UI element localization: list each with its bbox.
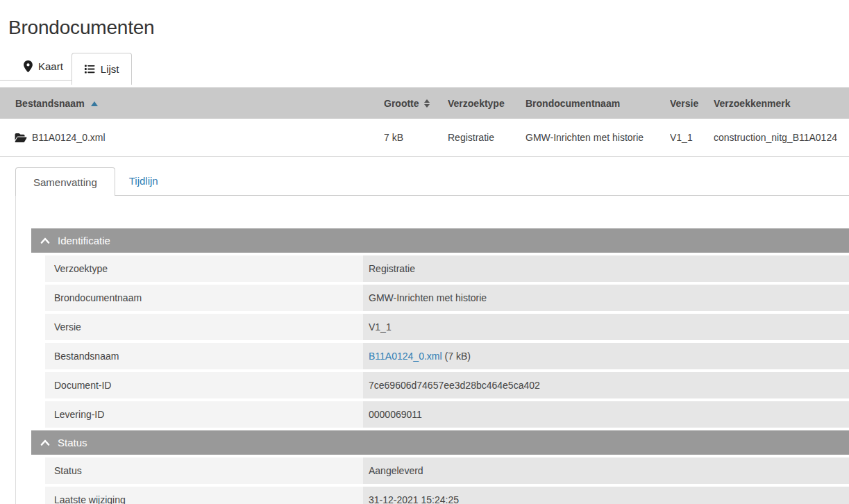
detail-row-brondocumentnaam: Brondocumentnaam GMW-Inrichten met histo… <box>45 285 849 311</box>
column-header-brondocumentnaam: Brondocumentnaam <box>526 98 670 109</box>
detail-row-levering-id: Levering-ID 0000069011 <box>45 401 849 428</box>
documents-table-header: Bestandsnaam Grootte Verzoektype Brondoc… <box>0 87 849 119</box>
cell-bestandsnaam: B11A0124_0.xml <box>32 132 106 143</box>
section-header-status[interactable]: Status <box>31 430 849 455</box>
cell-grootte: 7 kB <box>384 132 448 143</box>
column-header-bestandsnaam[interactable]: Bestandsnaam <box>0 98 384 109</box>
table-row[interactable]: B11A0124_0.xml 7 kB Registratie GMW-Inri… <box>0 119 849 157</box>
detail-row-document-id: Document-ID 7ce69606d74657ee3d28bc464e5c… <box>45 372 849 398</box>
detail-row-laatste-wijziging: Laatste wijziging 31-12-2021 15:24:25 <box>45 487 849 504</box>
brondocumenten-page: Brondocumenten Kaart Lijst Bestandsnaam … <box>0 0 849 504</box>
file-size-text: (7 kB) <box>445 351 471 362</box>
chevron-up-icon <box>40 237 50 244</box>
detail-row-bestandsnaam: Bestandsnaam B11A0124_0.xml (7 kB) <box>45 343 849 369</box>
documents-table: Bestandsnaam Grootte Verzoektype Brondoc… <box>0 87 849 157</box>
tab-tijdlijn-label: Tijdlijn <box>129 175 158 187</box>
tab-lijst[interactable]: Lijst <box>72 53 132 85</box>
cell-versie: V1_1 <box>670 132 714 143</box>
detail-row-versie: Versie V1_1 <box>45 314 849 340</box>
map-pin-icon <box>24 60 33 72</box>
tab-lijst-label: Lijst <box>101 63 119 75</box>
detail-row-status: Status Aangeleverd <box>45 457 849 484</box>
sort-asc-icon <box>91 101 98 106</box>
tab-tijdlijn[interactable]: Tijdlijn <box>115 167 172 195</box>
cell-verzoektype: Registratie <box>448 132 526 143</box>
detail-tab-bar: Samenvatting Tijdlijn <box>15 167 849 196</box>
section-title: Status <box>58 437 87 448</box>
folder-open-icon <box>15 133 27 143</box>
section-header-identificatie[interactable]: Identificatie <box>31 228 849 253</box>
file-download-link[interactable]: B11A0124_0.xml <box>369 351 442 362</box>
sort-icon <box>424 99 430 108</box>
cell-brondocumentnaam: GMW-Inrichten met historie <box>526 132 670 143</box>
column-header-grootte[interactable]: Grootte <box>384 98 448 109</box>
column-header-versie: Versie <box>670 98 714 109</box>
cell-verzoekkenmerk: construction_nitg_B11A0124 <box>714 132 849 143</box>
list-icon <box>84 64 95 74</box>
view-tab-bar: Kaart Lijst <box>0 49 132 81</box>
detail-row-verzoektype: Verzoektype Registratie <box>45 255 849 282</box>
tab-kaart[interactable]: Kaart <box>15 52 72 80</box>
chevron-up-icon <box>40 439 50 446</box>
samenvatting-panel: Identificatie Verzoektype Registratie Br… <box>15 196 849 504</box>
section-title: Identificatie <box>58 235 110 246</box>
tab-kaart-label: Kaart <box>38 60 63 72</box>
tab-samenvatting-label: Samenvatting <box>33 176 97 188</box>
column-header-verzoektype: Verzoektype <box>448 98 526 109</box>
column-header-verzoekkenmerk: Verzoekkenmerk <box>714 98 849 109</box>
page-title: Brondocumenten <box>8 17 849 39</box>
tab-samenvatting[interactable]: Samenvatting <box>15 167 115 196</box>
